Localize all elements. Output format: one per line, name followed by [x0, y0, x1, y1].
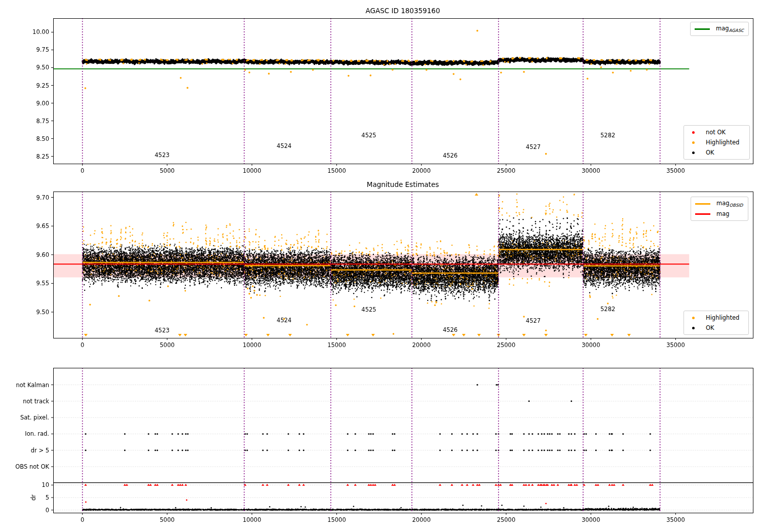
legend-dot-swatch — [692, 327, 695, 329]
x-tick-label: 25000 — [497, 167, 516, 174]
y-tick-label: 8.50 — [36, 135, 49, 142]
top-plot-legend-line: magAGASC — [690, 22, 749, 36]
legend-dot-swatch — [692, 131, 695, 134]
middle-plot-legend-markers: HighlightedOK — [683, 311, 749, 335]
flag-category-label: Ion. rad. — [25, 430, 49, 437]
legend-label: magOBSID — [716, 200, 743, 208]
obsid-label: 4526 — [443, 326, 458, 333]
legend-row: Highlighted — [686, 313, 745, 323]
x-tick-label: 35000 — [666, 341, 685, 349]
top-plot-title: AGASC ID 180359160 — [366, 7, 440, 15]
x-tick-label: 10000 — [243, 167, 261, 174]
legend-label: magAGASC — [716, 25, 744, 33]
dr-tick-label: 0 — [46, 507, 49, 514]
obsid-label: 4527 — [526, 317, 541, 324]
y-tick-label: 10.00 — [32, 28, 49, 35]
dr-tick-label: 10 — [42, 481, 49, 488]
y-tick-label: 9.00 — [36, 100, 49, 107]
x-tick-label: 5000 — [160, 516, 174, 523]
legend-row: magAGASC — [693, 24, 745, 34]
obsid-label: 4524 — [277, 317, 291, 324]
obsid-label: 4524 — [277, 142, 291, 149]
legend-row: OK — [686, 323, 745, 333]
x-tick-label: 25000 — [497, 341, 516, 349]
y-tick-label: 8.75 — [36, 118, 49, 125]
legend-line-swatch — [695, 203, 710, 205]
obsid-label: 4523 — [155, 327, 169, 334]
legend-label: not OK — [706, 129, 726, 136]
obsid-label: 4525 — [361, 132, 376, 139]
x-tick-label: 10000 — [243, 516, 261, 523]
y-tick-label: 9.55 — [36, 280, 49, 287]
x-tick-label: 30000 — [582, 341, 600, 349]
x-tick-label: 0 — [81, 341, 84, 349]
legend-row: mag — [693, 209, 745, 219]
obsid-label: 4526 — [443, 152, 458, 159]
x-tick-label: 20000 — [412, 341, 431, 349]
legend-dot-swatch — [692, 317, 695, 319]
x-tick-label: 25000 — [497, 516, 516, 523]
y-tick-label: 9.60 — [36, 251, 49, 258]
middle-plot-legend-lines: magOBSIDmag — [691, 197, 748, 221]
legend-row: magOBSID — [693, 199, 745, 209]
top-plot-legend-markers: not OKHighlightedOK — [683, 125, 750, 160]
x-tick-label: 0 — [81, 516, 84, 523]
x-tick-label: 15000 — [327, 516, 346, 523]
x-tick-label: 15000 — [327, 167, 346, 174]
y-tick-label: 9.25 — [36, 82, 49, 89]
x-tick-label: 5000 — [160, 341, 174, 349]
x-tick-label: 30000 — [582, 167, 600, 174]
x-tick-label: 35000 — [666, 167, 685, 174]
x-tick-label: 20000 — [412, 167, 431, 174]
y-tick-label: 9.50 — [36, 309, 49, 316]
obsid-label: 4523 — [155, 151, 169, 159]
legend-label: OK — [706, 324, 714, 331]
legend-label: mag — [716, 210, 730, 217]
legend-dot-swatch — [692, 151, 695, 154]
legend-line-swatch — [695, 28, 710, 30]
flag-category-label: not Kalman — [16, 382, 49, 389]
obsid-label: 5282 — [600, 132, 615, 139]
x-tick-label: 35000 — [666, 516, 685, 523]
flag-category-label: dr > 5 — [31, 447, 49, 454]
obsid-label: 4527 — [526, 143, 541, 150]
dr-axis-label: dr — [30, 495, 37, 501]
legend-label: Highlighted — [706, 139, 739, 146]
plots-canvas — [0, 0, 760, 532]
obsid-label: 4525 — [361, 306, 376, 313]
legend-dot-swatch — [692, 141, 695, 144]
y-tick-label: 9.70 — [36, 194, 49, 201]
y-tick-label: 9.65 — [36, 222, 49, 230]
x-tick-label: 10000 — [243, 341, 261, 349]
legend-row: Highlighted — [686, 137, 746, 147]
y-tick-label: 9.50 — [36, 64, 49, 71]
x-tick-label: 0 — [81, 167, 84, 174]
y-tick-label: 8.25 — [36, 153, 49, 160]
y-tick-label: 9.75 — [36, 46, 49, 53]
legend-line-swatch — [695, 213, 710, 215]
figure: AGASC ID 180359160 Magnitude Estimates d… — [0, 0, 760, 532]
legend-row: OK — [686, 147, 746, 158]
legend-label: OK — [706, 149, 714, 156]
x-tick-label: 15000 — [327, 341, 346, 349]
legend-label: Highlighted — [706, 314, 739, 321]
flag-category-label: not track — [23, 398, 49, 405]
x-tick-label: 30000 — [582, 516, 600, 523]
x-tick-label: 5000 — [160, 167, 174, 174]
x-tick-label: 20000 — [412, 516, 431, 523]
flag-category-label: Sat. pixel. — [20, 414, 49, 421]
obsid-label: 5282 — [600, 306, 615, 313]
middle-plot-title: Magnitude Estimates — [367, 180, 439, 188]
flag-category-label: OBS not OK — [15, 463, 49, 470]
legend-row: not OK — [686, 127, 746, 137]
dr-tick-label: 5 — [46, 494, 49, 501]
